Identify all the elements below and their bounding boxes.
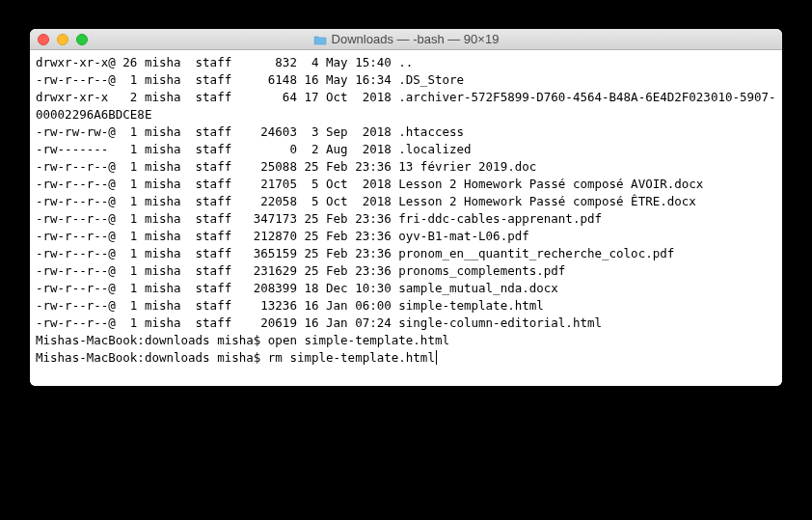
listing-row: -rw------- 1 misha staff 0 2 Aug 2018 .l… (36, 141, 776, 158)
prompt-text: Mishas-MacBook:downloads misha$ (36, 350, 268, 365)
terminal-window: Downloads — -bash — 90×19 drwxr-xr-x@ 26… (30, 29, 782, 386)
listing-row: -rw-r--r--@ 1 misha staff 13236 16 Jan 0… (36, 297, 776, 315)
folder-icon (313, 34, 327, 44)
listing-row: -rw-r--r--@ 1 misha staff 21705 5 Oct 20… (36, 176, 776, 193)
minimize-button[interactable] (57, 34, 68, 45)
prompt-text: Mishas-MacBook:downloads misha$ (36, 333, 268, 347)
text-cursor (436, 350, 437, 365)
listing-row: -rw-r--r--@ 1 misha staff 20619 16 Jan 0… (36, 315, 776, 332)
traffic-lights (38, 34, 88, 45)
listing-row: -rw-r--r--@ 1 misha staff 347173 25 Feb … (36, 210, 776, 228)
maximize-button[interactable] (76, 34, 88, 45)
listing-row: -rw-rw-rw-@ 1 misha staff 24603 3 Sep 20… (36, 123, 776, 141)
listing-row: -rw-r--r--@ 1 misha staff 25088 25 Feb 2… (36, 158, 776, 176)
listing-row: -rw-r--r--@ 1 misha staff 212870 25 Feb … (36, 228, 776, 245)
listing-row: -rw-r--r--@ 1 misha staff 231629 25 Feb … (36, 262, 776, 280)
window-title-area: Downloads — -bash — 90×19 (30, 32, 782, 46)
listing-row: drwxr-xr-x@ 26 misha staff 832 4 May 15:… (36, 54, 776, 71)
listing-row: drwxr-xr-x 2 misha staff 64 17 Oct 2018 … (36, 89, 776, 123)
titlebar[interactable]: Downloads — -bash — 90×19 (30, 29, 782, 50)
listing-row: -rw-r--r--@ 1 misha staff 365159 25 Feb … (36, 245, 776, 262)
window-title: Downloads — -bash — 90×19 (332, 32, 500, 46)
listing-row: -rw-r--r--@ 1 misha staff 6148 16 May 16… (36, 71, 776, 89)
close-button[interactable] (38, 34, 49, 45)
listing-row: -rw-r--r--@ 1 misha staff 208399 18 Dec … (36, 280, 776, 297)
listing-row: -rw-r--r--@ 1 misha staff 22058 5 Oct 20… (36, 193, 776, 210)
command-text: open simple-template.html (268, 333, 449, 347)
terminal-body[interactable]: drwxr-xr-x@ 26 misha staff 832 4 May 15:… (30, 50, 782, 386)
prompt-line: Mishas-MacBook:downloads misha$ rm simpl… (36, 349, 776, 367)
prompt-line: Mishas-MacBook:downloads misha$ open sim… (36, 332, 776, 349)
command-text: rm simple-template.html (268, 350, 435, 365)
